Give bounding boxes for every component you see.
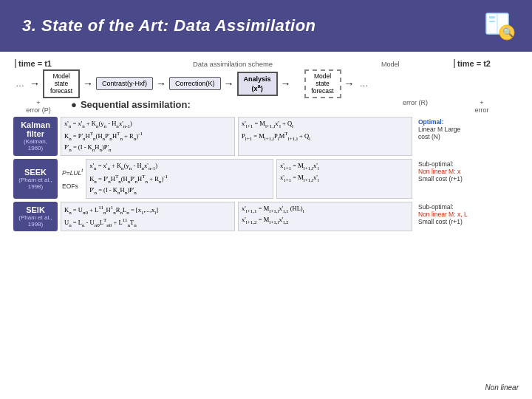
arrow-4: → bbox=[224, 78, 234, 89]
nonlinear-label: Non linear bbox=[485, 383, 519, 392]
methods-section: Kalmanfilter (Kalman, 1960) x'n = x'n + … bbox=[13, 117, 519, 232]
seek-note: Sub-optimal: Non linear M: x Small cost … bbox=[415, 159, 519, 199]
right-dots: … bbox=[360, 78, 369, 89]
seik-note: Sub-optimal: Non linear M: x, L Small co… bbox=[415, 202, 519, 231]
da-scheme-label: Data assimilation scheme bbox=[193, 60, 273, 68]
contrast-box: Contrast(y-Hxf) bbox=[96, 77, 153, 90]
model-label-top: Model bbox=[381, 61, 400, 68]
seek-row: SEEK (Pham et al.,1998) P=LULt EOFs x'n … bbox=[13, 159, 519, 199]
seik-label: SEIK (Pham et al.,1998) bbox=[13, 202, 58, 231]
slide: 3. State of the Art: Data Assimilation 🔍… bbox=[0, 0, 532, 399]
svg-rect-2 bbox=[489, 16, 495, 18]
content-area: time = t1 Data assimilation scheme Model… bbox=[0, 52, 532, 239]
seik-row: SEIK (Pham et al.,1998) Kn = Un0 + L11nH… bbox=[13, 202, 519, 231]
arrow-1: → bbox=[30, 78, 40, 89]
kalman-label: Kalmanfilter (Kalman, 1960) bbox=[13, 117, 58, 157]
seik-formula-left: Kn = Un0 + L11nH1nRnLn = [x1,...,xl] Un … bbox=[61, 202, 235, 231]
left-dots: … bbox=[16, 78, 24, 89]
kalman-formula-right: x'l+1 = Ml+1,lx'l + Ql Pl+1 = Ml+1,lPlMT… bbox=[238, 117, 412, 157]
arrow-6: → bbox=[344, 78, 355, 89]
seek-formula-right: x'l+1 = Ml+1,lx'l x'l+1 = Ml+1,lx'l bbox=[276, 159, 412, 199]
correction-box: Correction(K) bbox=[169, 77, 221, 90]
svg-text:🔍: 🔍 bbox=[502, 27, 514, 38]
time-label-t2: time = t2 bbox=[454, 59, 519, 68]
arrow-5: → bbox=[281, 78, 291, 89]
kalman-row: Kalmanfilter (Kalman, 1960) x'n = x'n + … bbox=[13, 117, 519, 157]
bullet-l: ● bbox=[71, 99, 77, 110]
analysis-box: Analysis(xa) bbox=[237, 72, 278, 96]
arrow-2: → bbox=[83, 78, 93, 89]
seik-formula-right: x'l+1,1 = Ml+1,lx'l,1 (HL)l x'l+1,2 = Ml… bbox=[238, 202, 412, 231]
header: 3. State of the Art: Data Assimilation 🔍 bbox=[0, 0, 532, 52]
model-forecast-left: Modelstateforecast bbox=[43, 69, 80, 98]
time-label-t1: time = t1 bbox=[15, 59, 72, 68]
kalman-note: Optimal: Linear M Largecost (N) bbox=[415, 117, 519, 157]
model-forecast-right: Modelstateforecast bbox=[304, 69, 341, 98]
seek-formula-left: x'n = x'n + Kn(yn - Hnx'n-1) Kn = P'nHTn… bbox=[86, 159, 273, 199]
kalman-formula-left: x'n = x'n + Kn(yn - Hnx'n-1) Kn = P'nHTn… bbox=[61, 117, 235, 157]
sequential-title: Sequential assimilation: bbox=[81, 99, 191, 110]
book-icon: 🔍 bbox=[480, 6, 517, 43]
seek-label: SEEK (Pham et al.,1998) bbox=[13, 159, 58, 199]
arrow-3: → bbox=[156, 78, 166, 89]
header-title: 3. State of the Art: Data Assimilation bbox=[22, 16, 316, 35]
svg-rect-3 bbox=[489, 21, 495, 22]
plult-eof: P=LULt EOFs bbox=[62, 168, 83, 190]
